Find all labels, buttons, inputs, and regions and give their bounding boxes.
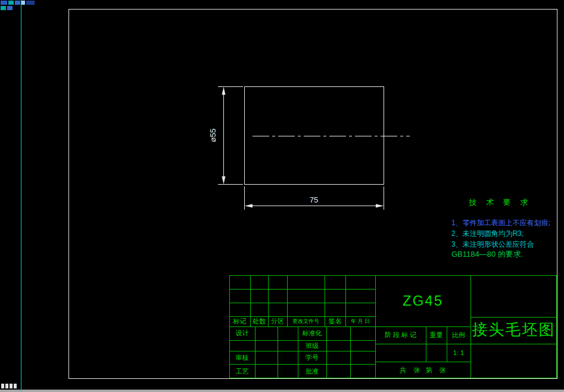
tb-label-standardize: 标准化 xyxy=(298,326,326,340)
arrowhead-up xyxy=(222,87,226,95)
part-rect xyxy=(245,87,384,185)
tb-label-count: 处数 xyxy=(250,316,268,326)
cad-canvas[interactable]: ⌀55 75 技 术 要 求 1、零件加工表面上不应有划痕; 2、未注明圆角均为… xyxy=(0,0,564,392)
tech-requirement-line: 1、零件加工表面上不应有划痕; xyxy=(451,219,550,226)
tb-sheets: 共 张 第 张 xyxy=(375,362,470,378)
tb-label-change-file: 更改文件号 xyxy=(287,316,325,326)
title-block: 标记 处数 分区 更改文件号 签名 年 月 日 设计 标准化 班级 审核 学号 … xyxy=(229,275,557,378)
tech-requirement-line: 2、未注明圆角均为R3; xyxy=(451,230,524,237)
tb-label-approve: 批准 xyxy=(298,364,326,378)
arrowhead-left xyxy=(245,204,253,208)
tb-label-design: 设计 xyxy=(229,326,255,340)
tb-material: ZG45 xyxy=(375,275,470,326)
tb-label-sign: 签名 xyxy=(325,316,345,326)
dim-label-length: 75 xyxy=(310,195,318,204)
tb-label-zone: 分区 xyxy=(268,316,287,326)
tb-scale: 比例 xyxy=(447,326,470,344)
tb-label-date: 年 月 日 xyxy=(345,316,375,326)
tb-scale-value: 1: 1 xyxy=(447,344,470,362)
tb-label-student-no: 学号 xyxy=(298,351,326,364)
tb-weight: 重量 xyxy=(426,326,447,344)
tb-drawing-name: 接头毛坯图 xyxy=(470,315,557,344)
tech-requirement-line: GB1184—80 的要求. xyxy=(451,250,523,258)
tb-label-audit: 审核 xyxy=(229,351,255,364)
tb-stage-mark: 阶 段 标 记 xyxy=(375,326,426,344)
tech-requirement-line: 3、未注明形状公差应符合 xyxy=(451,241,534,248)
dim-label-diameter: ⌀55 xyxy=(208,129,217,142)
tb-label-class: 班级 xyxy=(298,340,326,351)
arrowhead-right xyxy=(376,204,384,208)
tb-label-process: 工艺 xyxy=(229,364,255,378)
tech-requirements-title: 技 术 要 求 xyxy=(450,198,551,206)
arrowhead-down xyxy=(222,176,226,184)
tb-label-mark: 标记 xyxy=(229,316,250,326)
